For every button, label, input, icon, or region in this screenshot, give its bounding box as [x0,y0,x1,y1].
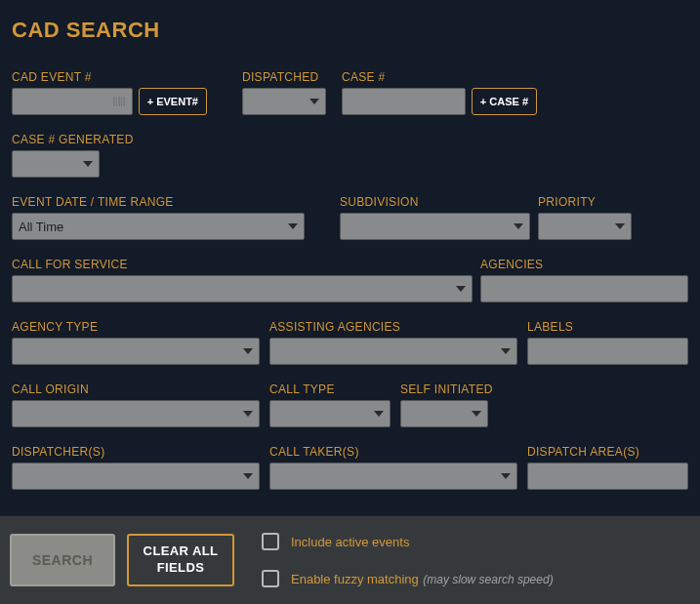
assisting-agencies-select[interactable] [269,338,517,365]
svg-marker-12 [501,348,511,354]
case-generated-select[interactable] [12,150,100,178]
call-origin-select[interactable] [12,400,260,427]
svg-marker-10 [456,286,466,292]
call-takers-select[interactable] [269,463,517,490]
svg-marker-9 [615,223,625,229]
svg-marker-15 [472,411,481,417]
barcode-icon [112,95,126,108]
svg-marker-5 [309,99,319,104]
chevron-down-icon [243,411,253,417]
svg-marker-16 [243,473,253,479]
chevron-down-icon [501,348,511,354]
chevron-down-icon [514,223,523,229]
clear-all-button[interactable]: CLEAR ALL FIELDS [127,534,234,586]
chevron-down-icon [83,161,93,167]
call-type-select[interactable] [269,400,391,427]
dispatchers-label: DISPATCHER(S) [12,445,260,459]
case-num-input[interactable] [342,88,466,115]
dispatch-areas-label: DISPATCH AREA(S) [527,445,688,459]
svg-marker-7 [288,223,298,229]
subdivision-select[interactable] [340,213,530,240]
chevron-down-icon [501,473,511,479]
chevron-down-icon [472,411,481,417]
chevron-down-icon [288,223,298,229]
labels-input[interactable] [527,338,688,365]
svg-marker-8 [514,223,523,229]
svg-marker-17 [501,473,511,479]
svg-marker-6 [83,161,93,167]
svg-rect-3 [121,97,122,106]
search-form: CAD EVENT # + EVENT# DISPATCHED CASE # [0,53,700,509]
agencies-input[interactable] [480,275,688,302]
agency-type-label: AGENCY TYPE [12,320,260,334]
event-date-select[interactable]: All Time [12,213,305,240]
chevron-down-icon [456,286,466,292]
call-type-label: CALL TYPE [269,383,391,396]
assisting-agencies-label: ASSISTING AGENCIES [269,320,517,334]
call-for-service-select[interactable] [12,275,473,302]
fuzzy-matching-label: Enable fuzzy matching [291,572,419,586]
dispatchers-select[interactable] [12,463,260,490]
cad-event-label: CAD EVENT # [12,70,207,84]
bottom-bar: SEARCH CLEAR ALL FIELDS Include active e… [0,515,700,604]
svg-rect-2 [118,97,120,106]
chevron-down-icon [243,473,253,479]
call-for-service-label: CALL FOR SERVICE [12,258,473,271]
call-origin-label: CALL ORIGIN [12,383,260,396]
fuzzy-matching-hint: (may slow search speed) [423,573,553,586]
svg-rect-0 [113,97,115,106]
priority-select[interactable] [538,213,632,240]
case-num-label: CASE # [342,70,537,84]
self-initiated-select[interactable] [400,400,488,427]
subdivision-label: SUBDIVISION [340,195,530,209]
svg-marker-14 [374,411,384,417]
self-initiated-label: SELF INITIATED [400,383,488,396]
dispatched-label: DISPATCHED [242,70,330,84]
chevron-down-icon [309,99,319,104]
svg-marker-11 [243,348,253,354]
add-case-button[interactable]: + CASE # [472,88,537,115]
chevron-down-icon [243,348,253,354]
cad-event-input[interactable] [12,88,133,115]
svg-rect-1 [116,97,117,106]
svg-rect-4 [123,97,125,106]
event-date-label: EVENT DATE / TIME RANGE [12,195,305,209]
include-active-checkbox[interactable] [262,533,279,550]
chevron-down-icon [615,223,625,229]
search-button[interactable]: SEARCH [10,534,115,586]
call-takers-label: CALL TAKER(S) [269,445,517,459]
svg-marker-13 [243,411,253,417]
event-date-value: All Time [19,220,63,234]
priority-label: PRIORITY [538,195,632,209]
chevron-down-icon [374,411,384,417]
page-title: CAD SEARCH [0,0,700,53]
add-event-button[interactable]: + EVENT# [139,88,207,115]
dispatched-select[interactable] [242,88,326,115]
case-generated-label: CASE # GENERATED [12,133,100,146]
labels-field-label: LABELS [527,320,688,334]
dispatch-areas-input[interactable] [527,463,688,490]
include-active-label: Include active events [291,535,409,549]
fuzzy-matching-checkbox[interactable] [262,570,279,587]
agency-type-select[interactable] [12,338,260,365]
agencies-label: AGENCIES [480,258,688,271]
